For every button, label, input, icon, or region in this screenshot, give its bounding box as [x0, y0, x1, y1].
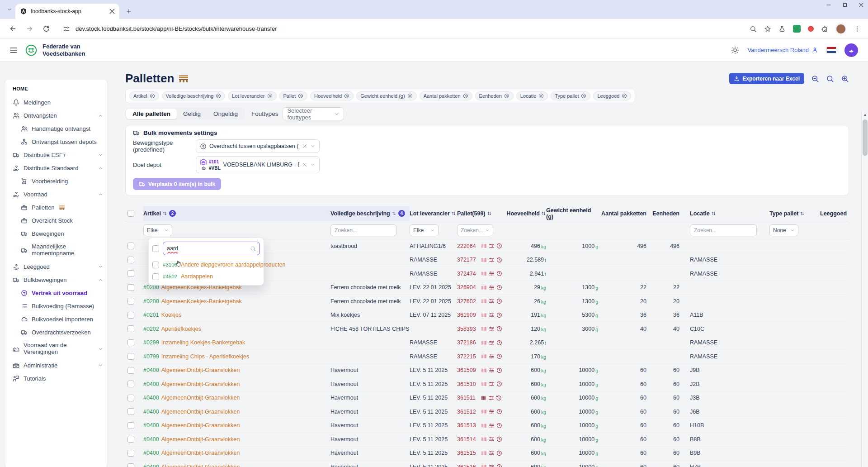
artikel-name[interactable]: Koekjes — [161, 312, 181, 318]
sidebar-item-handmatige-ontvangst[interactable]: Handmatige ontvangst — [13, 122, 107, 135]
column-header-artikel[interactable]: Artikel2 — [143, 206, 330, 221]
tab-close-icon[interactable] — [108, 8, 116, 15]
artikel-name[interactable]: AlgemeenOntbijt-Graanvlokken — [161, 395, 240, 401]
pallet-number[interactable]: 361510 — [457, 381, 476, 387]
row-checkbox[interactable] — [127, 422, 134, 429]
column-header-lot-leverancier[interactable]: Lot leverancier — [410, 206, 457, 221]
search-icon[interactable] — [750, 25, 757, 33]
tab-fouttypes[interactable]: Fouttypes — [251, 110, 278, 117]
user-menu[interactable]: Vandermeersch Roland — [747, 47, 818, 53]
remove-chip-icon[interactable] — [407, 93, 413, 99]
reload-icon[interactable] — [42, 25, 50, 33]
artikel-name[interactable]: AlgemeenOntbijt-Graanvlokken — [161, 436, 240, 443]
row-checkbox[interactable] — [127, 325, 134, 332]
remove-chip-icon[interactable] — [463, 93, 468, 99]
pallet-number[interactable]: 361514 — [457, 436, 476, 443]
table-row[interactable]: #0400AlgemeenOntbijt-GraanvlokkenHavermo… — [125, 377, 849, 391]
table-row[interactable]: #0299Inzameling Koekjes-BanketgebakRAMAS… — [125, 336, 849, 350]
barcode-icon[interactable] — [481, 271, 487, 276]
table-row[interactable]: #0200AlgemeenKoekjes-BanketgebakFerrero … — [125, 295, 849, 309]
sort-icon[interactable] — [541, 211, 546, 216]
sidebar-item-tutorials[interactable]: Tutorials — [13, 372, 107, 385]
details-icon[interactable] — [489, 409, 495, 415]
history-icon[interactable] — [496, 450, 502, 456]
bookmark-star-icon[interactable] — [764, 25, 771, 33]
column-header-aantal-pakketten[interactable]: Aantal pakketten — [598, 206, 646, 221]
filter-chip[interactable]: Aantal pakketten — [420, 91, 472, 100]
select-all-checkbox[interactable] — [127, 210, 134, 217]
dropdown-select-all-checkbox[interactable] — [152, 245, 159, 252]
barcode-icon[interactable] — [481, 367, 487, 373]
filter-chip[interactable]: Type pallet — [551, 91, 590, 100]
row-checkbox[interactable] — [127, 450, 134, 457]
page-scrollbar[interactable]: ▲ ▼ — [861, 110, 868, 467]
table-row[interactable]: #0400AlgemeenOntbijt-GraanvlokkenHavermo… — [125, 364, 849, 378]
barcode-icon[interactable] — [481, 243, 487, 249]
artikel-name[interactable]: Inzameling Chips - Aperitiefkoekjes — [161, 353, 250, 360]
sort-icon[interactable] — [451, 211, 456, 216]
pallet-number[interactable]: 222064 — [457, 243, 476, 249]
table-row[interactable]: #0202AperitiefkoekjesFICHE 458 TORTILLAS… — [125, 322, 849, 336]
history-icon[interactable] — [496, 423, 502, 429]
avatar[interactable] — [844, 43, 858, 57]
history-icon[interactable] — [496, 395, 502, 401]
barcode-icon[interactable] — [481, 381, 487, 387]
sidebar-item-administratie[interactable]: Administratie — [13, 359, 107, 372]
table-row[interactable]: #0400AlgemeenOntbijt-GraanvlokkenHavermo… — [125, 419, 849, 433]
sidebar-item-voorraad-van-de-verenigingen[interactable]: Voorraad van de Verenigingen — [13, 339, 107, 359]
history-icon[interactable] — [496, 409, 502, 415]
filter-chip[interactable]: Artikel — [129, 91, 159, 100]
row-checkbox[interactable] — [127, 353, 134, 360]
option-checkbox[interactable] — [152, 262, 159, 268]
history-icon[interactable] — [496, 257, 502, 263]
sidebar-item-voorbereiding[interactable]: Voorbereiding — [13, 175, 107, 188]
barcode-icon[interactable] — [481, 312, 487, 318]
column-header-eenheden[interactable]: Eenheden — [646, 206, 679, 221]
sidebar-item-meldingen[interactable]: Meldingen — [13, 96, 107, 109]
pallet-number[interactable]: 358393 — [457, 326, 476, 332]
filter-chip[interactable]: Pallet — [279, 91, 308, 100]
sidebar-item-palletten[interactable]: Palletten — [13, 201, 107, 214]
row-checkbox[interactable] — [127, 463, 134, 467]
column-header-leeggoed[interactable]: Leeggoed — [811, 206, 847, 221]
sidebar-item-overzicht-stock[interactable]: Overzicht Stock — [13, 214, 107, 227]
row-checkbox[interactable] — [127, 284, 134, 291]
remove-chip-icon[interactable] — [267, 93, 273, 99]
row-checkbox[interactable] — [127, 339, 134, 346]
details-icon[interactable] — [489, 381, 495, 387]
history-icon[interactable] — [496, 312, 502, 318]
option-checkbox[interactable] — [152, 273, 159, 280]
artikel-filter-select[interactable]: Elke — [143, 224, 172, 236]
sidebar-item-bulkvoeding-ramasse-[interactable]: Bulkvoeding (Ramasse) — [13, 300, 107, 313]
fouttypes-select[interactable]: Selecteer fouttypes — [283, 107, 344, 120]
barcode-icon[interactable] — [481, 340, 487, 346]
details-icon[interactable] — [489, 464, 495, 467]
details-icon[interactable] — [489, 423, 495, 429]
history-icon[interactable] — [496, 353, 502, 359]
window-close-button[interactable] — [858, 2, 864, 8]
details-icon[interactable] — [489, 367, 495, 373]
barcode-icon[interactable] — [481, 464, 487, 467]
column-header-gewicht-eenheid-g-[interactable]: Gewicht eenheid (g) — [546, 206, 598, 221]
new-tab-button[interactable] — [123, 5, 135, 17]
sort-icon[interactable] — [162, 211, 167, 216]
artikel-name[interactable]: AlgemeenOntbijt-Graanvlokken — [161, 464, 240, 467]
barcode-icon[interactable] — [481, 285, 487, 291]
details-icon[interactable] — [489, 340, 495, 346]
row-checkbox[interactable] — [127, 270, 134, 277]
pallet-number[interactable]: 361909 — [457, 312, 476, 318]
row-checkbox[interactable] — [127, 243, 134, 249]
details-icon[interactable] — [489, 298, 495, 304]
beschrijving-search-input[interactable] — [330, 224, 396, 236]
artikel-name[interactable]: AlgemeenOntbijt-Graanvlokken — [161, 367, 240, 373]
sidebar-item-distributie-standaard[interactable]: Distributie Standaard — [13, 162, 107, 175]
barcode-icon[interactable] — [481, 298, 487, 304]
artikel-name[interactable]: Aperitiefkoekjes — [161, 326, 201, 332]
details-icon[interactable] — [489, 450, 495, 456]
pallet-search-select[interactable]: Zoeken... — [457, 224, 493, 236]
filter-chip[interactable]: Locatie — [516, 91, 548, 100]
remove-chip-icon[interactable] — [504, 93, 509, 99]
column-header-pallet-599-[interactable]: Pallet(599) — [457, 206, 508, 221]
row-checkbox[interactable] — [127, 312, 134, 319]
table-row[interactable]: #0799Inzameling Chips - Aperitiefkoekjes… — [125, 350, 849, 364]
